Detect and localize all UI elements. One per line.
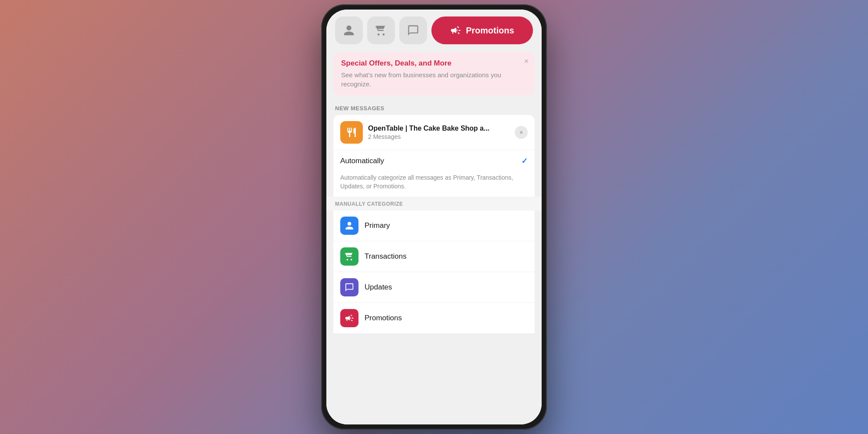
primary-label: Primary xyxy=(365,221,390,230)
transactions-icon-bg xyxy=(340,247,358,266)
new-messages-header: NEW MESSAGES xyxy=(326,101,542,115)
promotions-category-label: Promotions xyxy=(365,314,402,322)
updates-label: Updates xyxy=(365,283,392,292)
message-count: 2 Messages xyxy=(368,133,510,140)
info-banner: Special Offers, Deals, and More See what… xyxy=(333,52,535,95)
promotions-megaphone-icon xyxy=(345,313,354,323)
updates-chat-icon xyxy=(345,283,354,292)
banner-close-button[interactable]: × xyxy=(524,57,529,65)
primary-icon-bg xyxy=(340,217,358,235)
categorize-dropdown: Automatically ✓ Automatically categorize… xyxy=(333,150,535,197)
category-transactions[interactable]: Transactions xyxy=(333,241,535,272)
automatically-label: Automatically xyxy=(340,157,384,165)
chat-icon xyxy=(407,24,419,36)
person-icon xyxy=(343,24,355,36)
updates-icon-bg xyxy=(340,278,358,296)
checkmark-icon: ✓ xyxy=(521,156,528,166)
promotions-label: Promotions xyxy=(466,26,514,36)
category-primary[interactable]: Primary xyxy=(333,210,535,241)
transactions-cart-icon xyxy=(345,252,354,261)
screen: Promotions Special Offers, Deals, and Mo… xyxy=(326,10,542,424)
message-card[interactable]: OpenTable | The Cake Bake Shop a... 2 Me… xyxy=(333,115,535,150)
banner-body: See what's new from businesses and organ… xyxy=(341,70,527,89)
automatically-description: Automatically categorize all messages as… xyxy=(333,172,535,197)
tab-person[interactable] xyxy=(335,16,363,44)
category-promotions[interactable]: Promotions xyxy=(333,303,535,333)
message-sender-name: OpenTable | The Cake Bake Shop a... xyxy=(368,125,510,132)
utensils-icon xyxy=(346,127,357,138)
tab-promotions[interactable]: Promotions xyxy=(431,16,533,44)
promotions-icon-bg xyxy=(340,309,358,327)
automatically-option[interactable]: Automatically ✓ xyxy=(333,150,535,172)
category-updates[interactable]: Updates xyxy=(333,272,535,303)
main-content: Special Offers, Deals, and More See what… xyxy=(326,49,542,424)
category-list: Primary Transactions xyxy=(333,210,535,333)
primary-person-icon xyxy=(345,221,354,230)
tab-bar: Promotions xyxy=(326,10,542,49)
tab-cart[interactable] xyxy=(367,16,395,44)
phone-frame: Promotions Special Offers, Deals, and Mo… xyxy=(321,4,547,430)
megaphone-icon xyxy=(450,25,461,36)
close-icon: × xyxy=(519,129,523,136)
cart-icon xyxy=(375,24,387,36)
message-sender-icon xyxy=(340,121,363,144)
manually-categorize-header: MANUALLY CATEGORIZE xyxy=(326,197,542,210)
transactions-label: Transactions xyxy=(365,252,407,261)
message-close-button[interactable]: × xyxy=(515,126,528,139)
tab-chat[interactable] xyxy=(399,16,427,44)
message-info: OpenTable | The Cake Bake Shop a... 2 Me… xyxy=(368,125,510,140)
banner-title: Special Offers, Deals, and More xyxy=(341,59,527,68)
